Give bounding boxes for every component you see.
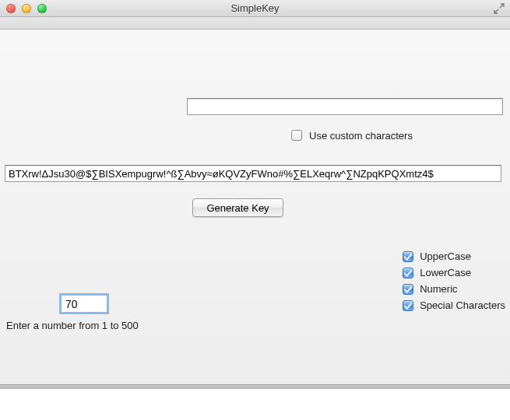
window-title: SimpleKey — [230, 2, 279, 14]
custom-characters-checkbox[interactable] — [291, 130, 302, 141]
uppercase-label: UpperCase — [420, 250, 471, 262]
option-special-row: Special Characters — [399, 298, 505, 313]
content-area: Use custom characters Generate Key Enter… — [0, 30, 510, 389]
window-titlebar: SimpleKey — [0, 0, 510, 17]
special-characters-checkbox[interactable] — [403, 300, 413, 311]
generated-key-output[interactable] — [5, 165, 501, 182]
option-numeric-row: Numeric — [399, 282, 505, 296]
zoom-icon[interactable] — [37, 4, 47, 13]
custom-characters-input[interactable] — [187, 98, 503, 115]
close-icon[interactable] — [6, 4, 16, 13]
toolbar-strip — [0, 17, 510, 30]
lowercase-label: LowerCase — [420, 267, 471, 278]
numeric-checkbox[interactable] — [403, 284, 413, 295]
minimize-icon[interactable] — [22, 4, 31, 13]
lowercase-checkbox[interactable] — [403, 268, 413, 278]
special-characters-label: Special Characters — [420, 299, 505, 311]
content-bottom-edge — [0, 384, 510, 389]
traffic-lights — [0, 0, 47, 16]
generate-key-button[interactable]: Generate Key — [192, 198, 283, 217]
custom-characters-row: Use custom characters — [288, 128, 413, 143]
length-helper-text: Enter a number from 1 to 500 — [6, 320, 139, 331]
length-input[interactable] — [61, 295, 107, 313]
option-lowercase-row: LowerCase — [399, 265, 505, 280]
custom-characters-label: Use custom characters — [309, 130, 413, 142]
numeric-label: Numeric — [420, 283, 457, 295]
footer-whitespace — [0, 389, 510, 420]
option-uppercase-row: UpperCase — [399, 249, 505, 264]
fullscreen-icon[interactable] — [493, 2, 505, 15]
character-options: UpperCase LowerCase Numeric Special Char… — [399, 249, 505, 313]
uppercase-checkbox[interactable] — [403, 251, 413, 262]
